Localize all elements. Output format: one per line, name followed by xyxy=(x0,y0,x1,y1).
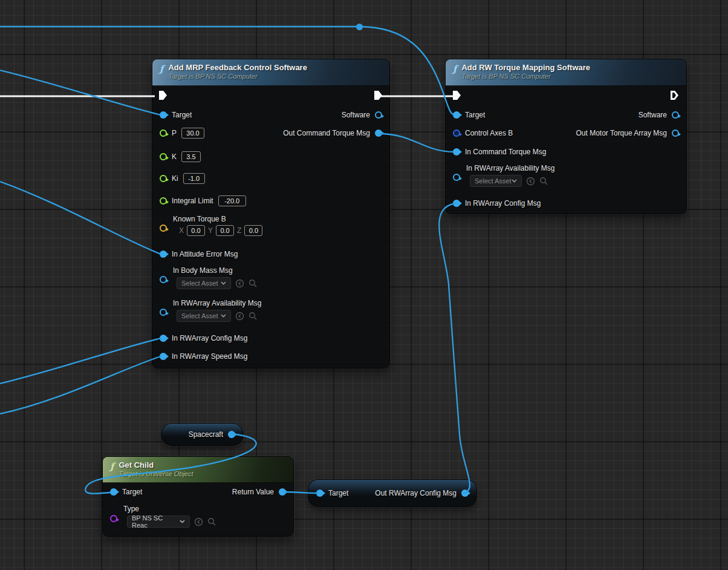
object-pin-icon[interactable] xyxy=(375,111,382,119)
browse-icon[interactable] xyxy=(249,312,258,321)
node-subtitle: Target is BP NS SC Computer xyxy=(461,73,590,81)
pin-row-out-command-torque: Out Command Torque Msg xyxy=(283,127,382,139)
type-dropdown[interactable]: BP NS SC Reac xyxy=(127,516,190,528)
wire-collapsed-to-rwconfig[interactable] xyxy=(439,203,470,493)
pin-row-integral-limit: Integral Limit -20.0 xyxy=(160,195,246,207)
pin-row-in-rwarray-speed: In RWArray Speed Msg xyxy=(160,350,247,362)
float-pin-icon[interactable] xyxy=(160,153,167,160)
class-pin-icon[interactable] xyxy=(110,515,117,522)
use-selected-icon[interactable] xyxy=(235,312,244,321)
pin-label: Out Command Torque Msg xyxy=(283,129,370,137)
node-header[interactable]: ƒ Add RW Torque Mapping Software Target … xyxy=(446,59,686,86)
pin-block-in-rwarray-availability: In RWArray Availability Msg Select Asset xyxy=(446,164,686,187)
pin-row-ki: Ki -1.0 xyxy=(160,172,205,185)
select-asset-dropdown[interactable]: Select Asset xyxy=(470,175,522,187)
pin-label: Integral Limit xyxy=(172,197,213,205)
reroute-node[interactable] xyxy=(356,24,363,30)
pin-row-p: P 30.0 xyxy=(160,127,204,139)
object-pin-icon[interactable] xyxy=(672,111,679,119)
exec-in-pin-icon[interactable] xyxy=(159,91,167,100)
object-pin-icon[interactable] xyxy=(160,251,167,258)
select-asset-dropdown[interactable]: Select Asset xyxy=(177,310,231,322)
pin-label: Control Axes B xyxy=(465,129,513,137)
pin-label: Target xyxy=(122,488,142,496)
use-selected-icon[interactable] xyxy=(235,279,244,288)
node-title: Add MRP Feedback Control Software xyxy=(168,63,307,73)
known-torque-x-field[interactable]: 0.0 xyxy=(187,225,205,236)
select-asset-label: Select Asset xyxy=(181,312,218,319)
object-pin-icon[interactable] xyxy=(160,111,167,119)
pin-label: Software xyxy=(342,111,370,119)
exec-out-pin-icon[interactable] xyxy=(671,91,678,100)
use-selected-icon[interactable] xyxy=(526,177,535,186)
exec-out-pin-icon[interactable] xyxy=(374,91,382,100)
float-pin-icon[interactable] xyxy=(160,175,167,182)
browse-icon[interactable] xyxy=(249,279,258,288)
wire-rwspeed-mrp[interactable] xyxy=(0,356,161,414)
object-pin-icon[interactable] xyxy=(160,276,167,283)
pin-block-type: Type BP NS SC Reac xyxy=(103,505,293,528)
pin-label: Out Motor Torque Array Msg xyxy=(576,129,667,137)
object-pin-icon[interactable] xyxy=(461,490,469,497)
select-asset-label: Select Asset xyxy=(181,280,218,287)
function-icon: ƒ xyxy=(160,64,163,74)
exec-in-pin-icon[interactable] xyxy=(453,91,461,100)
wire-cmd-torque[interactable] xyxy=(379,134,455,152)
vector-pin-icon[interactable] xyxy=(160,224,167,232)
object-pin-icon[interactable] xyxy=(453,174,460,181)
node-header[interactable]: ƒ Add MRP Feedback Control Software Targ… xyxy=(152,59,389,86)
object-pin-icon[interactable] xyxy=(375,129,382,137)
pin-row-k: K 3.5 xyxy=(160,151,201,163)
pin-row-software: Software xyxy=(639,109,679,121)
pin-label: Target xyxy=(465,111,485,119)
wire-target-mrp[interactable] xyxy=(0,70,161,115)
k-value-field[interactable]: 3.5 xyxy=(181,151,201,162)
struct-pin-icon[interactable] xyxy=(453,129,460,137)
use-selected-icon[interactable] xyxy=(194,517,203,526)
node-spacecraft-variable[interactable]: Spacecraft xyxy=(161,424,243,445)
ki-value-field[interactable]: -1.0 xyxy=(183,173,205,184)
object-pin-icon[interactable] xyxy=(160,309,167,316)
object-pin-icon[interactable] xyxy=(160,353,167,360)
pin-label: In Command Torque Msg xyxy=(465,148,547,156)
wire-rwconfig-mrp[interactable] xyxy=(0,338,161,384)
float-pin-icon[interactable] xyxy=(160,197,167,205)
pin-label: Type xyxy=(123,505,293,513)
select-asset-dropdown[interactable]: Select Asset xyxy=(177,277,231,289)
object-pin-icon[interactable] xyxy=(228,431,235,438)
axis-z-label: Z xyxy=(237,226,241,235)
pin-label: Target xyxy=(172,111,192,119)
node-get-child[interactable]: ƒ Get Child Target is Universe Object Ta… xyxy=(103,457,293,536)
wire-attitude-error[interactable] xyxy=(0,182,161,254)
browse-icon[interactable] xyxy=(207,517,216,526)
pin-label: In RWArray Availability Msg xyxy=(173,299,389,307)
pin-block-known-torque-b: Known Torque B X 0.0 Y 0.0 Z 0.0 xyxy=(152,215,389,236)
object-pin-icon[interactable] xyxy=(453,200,460,207)
integral-limit-value-field[interactable]: -20.0 xyxy=(218,195,246,206)
node-add-mrp-feedback-control-software[interactable]: ƒ Add MRP Feedback Control Software Targ… xyxy=(152,59,389,368)
node-collapsed-out-rwarray-config[interactable]: Target Out RWArray Config Msg xyxy=(308,480,476,506)
known-torque-y-field[interactable]: 0.0 xyxy=(216,225,234,236)
node-add-rw-torque-mapping-software[interactable]: ƒ Add RW Torque Mapping Software Target … xyxy=(446,59,686,214)
known-torque-z-field[interactable]: 0.0 xyxy=(244,225,262,236)
float-pin-icon[interactable] xyxy=(160,129,167,137)
object-pin-icon[interactable] xyxy=(672,129,679,137)
object-pin-icon[interactable] xyxy=(453,111,460,119)
browse-icon[interactable] xyxy=(539,177,548,186)
pin-row-in-attitude-error: In Attitude Error Msg xyxy=(160,248,238,260)
pin-row-software: Software xyxy=(342,109,382,121)
pin-row-return-value: Return Value xyxy=(232,486,286,498)
object-pin-icon[interactable] xyxy=(110,488,117,496)
p-value-field[interactable]: 30.0 xyxy=(181,128,204,139)
object-pin-icon[interactable] xyxy=(453,148,460,156)
chevron-down-icon xyxy=(180,520,185,523)
pin-row-in-rwarray-config: In RWArray Config Msg xyxy=(453,197,541,209)
pin-label: Software xyxy=(639,111,667,119)
object-pin-icon[interactable] xyxy=(160,335,167,342)
object-pin-icon[interactable] xyxy=(279,488,286,496)
axis-y-label: Y xyxy=(208,226,213,235)
function-icon: ƒ xyxy=(453,64,457,74)
pin-label: K xyxy=(172,152,177,161)
object-pin-icon[interactable] xyxy=(316,490,323,497)
node-header[interactable]: ƒ Get Child Target is Universe Object xyxy=(103,457,293,483)
